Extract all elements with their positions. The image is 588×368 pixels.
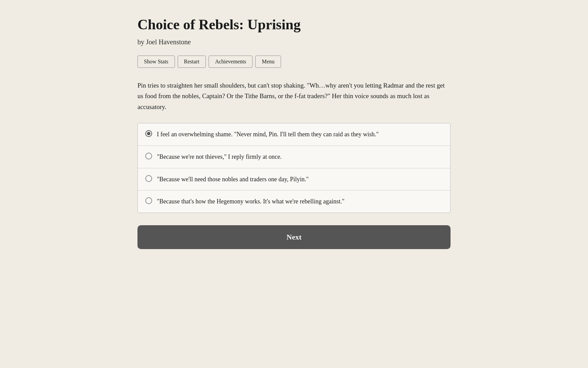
list-item[interactable]: "Because we're not thieves," I reply fir…: [138, 146, 450, 168]
achievements-button[interactable]: Achievements: [209, 56, 253, 68]
page-container: Choice of Rebels: Uprising by Joel Haven…: [137, 0, 451, 368]
choice-text-1: I feel an overwhelming shame. "Never min…: [157, 129, 379, 139]
list-item[interactable]: "Because we'll need those nobles and tra…: [138, 168, 450, 191]
restart-button[interactable]: Restart: [178, 56, 206, 68]
next-button[interactable]: Next: [137, 225, 451, 249]
radio-button-2[interactable]: [145, 153, 152, 159]
list-item[interactable]: I feel an overwhelming shame. "Never min…: [138, 123, 450, 146]
list-item[interactable]: "Because that's how the Hegemony works. …: [138, 190, 450, 213]
choice-text-4: "Because that's how the Hegemony works. …: [157, 197, 344, 206]
choices-container: I feel an overwhelming shame. "Never min…: [137, 123, 451, 213]
game-author: by Joel Havenstone: [137, 38, 451, 46]
toolbar: Show Stats Restart Achievements Menu: [137, 56, 451, 68]
menu-button[interactable]: Menu: [255, 56, 281, 68]
radio-button-3[interactable]: [145, 175, 152, 182]
radio-button-1[interactable]: [145, 130, 152, 137]
show-stats-button[interactable]: Show Stats: [137, 56, 175, 68]
game-title: Choice of Rebels: Uprising: [137, 16, 451, 33]
choice-text-3: "Because we'll need those nobles and tra…: [157, 174, 309, 184]
choice-text-2: "Because we're not thieves," I reply fir…: [157, 152, 282, 162]
radio-button-4[interactable]: [145, 197, 152, 204]
narrative-text: Pin tries to straighten her small should…: [137, 80, 451, 112]
